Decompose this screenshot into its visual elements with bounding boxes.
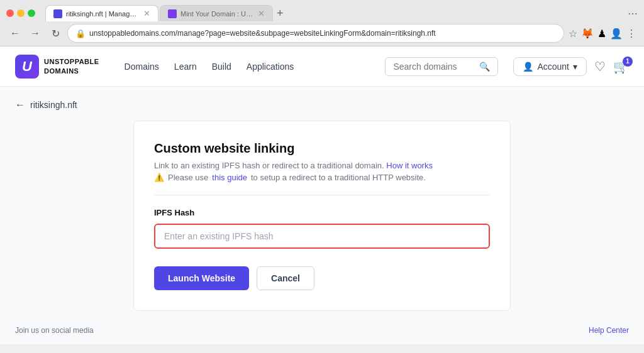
button-row: Launch Website Cancel <box>154 266 490 290</box>
reload-button[interactable]: ↻ <box>48 26 63 41</box>
cancel-button[interactable]: Cancel <box>257 266 314 290</box>
tab-label-1: ritiksingh.nft | Manage | Unsto... <box>66 10 140 18</box>
tab-favicon-2 <box>168 9 177 18</box>
page-content: ← ritiksingh.nft Custom website linking … <box>0 87 644 344</box>
browser-actions: ☆ 🦊 ♟ 👤 ⋮ <box>569 28 636 40</box>
card-divider <box>154 195 490 195</box>
footer-help-center[interactable]: Help Center <box>589 326 629 335</box>
close-dot[interactable] <box>6 9 14 17</box>
search-icon: 🔍 <box>479 62 490 72</box>
tab-close-1[interactable]: ✕ <box>143 9 150 18</box>
forward-button[interactable]: → <box>28 26 43 41</box>
this-guide-link[interactable]: this guide <box>212 173 247 182</box>
search-input[interactable] <box>393 62 474 72</box>
ipfs-hash-input[interactable] <box>154 224 490 249</box>
more-options-icon[interactable]: ⋮ <box>626 28 636 40</box>
browser-menu-dots[interactable]: ⋯ <box>628 8 638 19</box>
card-description: Link to an existing IPFS hash or redirec… <box>154 161 490 170</box>
logo-letter: U <box>22 58 32 75</box>
new-tab-button[interactable]: + <box>274 5 286 21</box>
nav-link-domains[interactable]: Domains <box>125 62 159 72</box>
window-controls <box>6 9 35 17</box>
logo[interactable]: U UNSTOPPABLE DOMAINS <box>15 55 99 79</box>
cart-badge: 1 <box>623 57 633 67</box>
back-arrow[interactable]: ← <box>15 99 25 111</box>
search-bar[interactable]: 🔍 <box>385 57 498 76</box>
website-content: U UNSTOPPABLE DOMAINS Domains Learn Buil… <box>0 46 644 344</box>
lock-icon: 🔒 <box>75 29 86 38</box>
navbar: U UNSTOPPABLE DOMAINS Domains Learn Buil… <box>0 46 644 87</box>
account-person-icon: 👤 <box>523 62 533 72</box>
wishlist-button[interactable]: ♡ <box>594 59 606 74</box>
warning-row: ⚠️ Please use this guide to setup a redi… <box>154 173 490 182</box>
back-button[interactable]: ← <box>8 26 23 41</box>
extension-icon-1[interactable]: 🦊 <box>581 28 594 40</box>
cart-button[interactable]: 🛒 1 <box>613 59 629 74</box>
how-it-works-link[interactable]: How it works <box>386 161 433 170</box>
breadcrumb: ← ritiksingh.nft <box>0 99 644 121</box>
launch-website-button[interactable]: Launch Website <box>154 266 249 290</box>
account-chevron-icon: ▾ <box>573 62 577 72</box>
browser-addressbar: ← → ↻ 🔒 unstoppabledomains.com/manage?pa… <box>0 21 644 46</box>
profile-icon[interactable]: 👤 <box>610 28 623 40</box>
tab-label-2: Mint Your Domain : Unstoppab... <box>180 10 254 18</box>
tab-close-2[interactable]: ✕ <box>258 9 265 18</box>
browser-tabs: ritiksingh.nft | Manage | Unsto... ✕ Min… <box>45 5 286 21</box>
account-button[interactable]: 👤 Account ▾ <box>513 57 587 76</box>
browser-titlebar: ritiksingh.nft | Manage | Unsto... ✕ Min… <box>0 0 644 21</box>
breadcrumb-text: ritiksingh.nft <box>30 100 77 110</box>
bookmark-icon[interactable]: ☆ <box>569 28 577 40</box>
browser-chrome: ritiksingh.nft | Manage | Unsto... ✕ Min… <box>0 0 644 46</box>
nav-links: Domains Learn Build Applications <box>125 62 294 72</box>
address-text: unstoppabledomains.com/manage?page=websi… <box>89 29 556 38</box>
extension-icon-2[interactable]: ♟ <box>597 28 606 40</box>
main-card: Custom website linking Link to an existi… <box>133 121 511 311</box>
minimize-dot[interactable] <box>17 9 25 17</box>
nav-link-build[interactable]: Build <box>212 62 231 72</box>
warning-text-before: Please use <box>168 173 208 182</box>
field-label: IPFS Hash <box>154 208 490 217</box>
tab-favicon-1 <box>53 9 62 18</box>
logo-text: UNSTOPPABLE DOMAINS <box>44 57 99 75</box>
account-label: Account <box>537 62 569 72</box>
nav-link-learn[interactable]: Learn <box>174 62 197 72</box>
tab-active[interactable]: ritiksingh.nft | Manage | Unsto... ✕ <box>45 5 158 21</box>
card-title: Custom website linking <box>154 141 490 156</box>
warning-icon: ⚠️ <box>154 173 164 182</box>
tab-inactive[interactable]: Mint Your Domain : Unstoppab... ✕ <box>160 5 273 21</box>
footer-bar: Join us on social media Help Center <box>0 316 644 344</box>
address-bar[interactable]: 🔒 unstoppabledomains.com/manage?page=web… <box>68 24 564 42</box>
logo-icon: U <box>15 55 39 79</box>
nav-right: 👤 Account ▾ ♡ 🛒 1 <box>513 57 629 76</box>
nav-link-applications[interactable]: Applications <box>247 62 294 72</box>
warning-text-after: to setup a redirect to a traditional HTT… <box>251 173 426 182</box>
maximize-dot[interactable] <box>28 9 35 17</box>
footer-join-text: Join us on social media <box>15 326 94 335</box>
